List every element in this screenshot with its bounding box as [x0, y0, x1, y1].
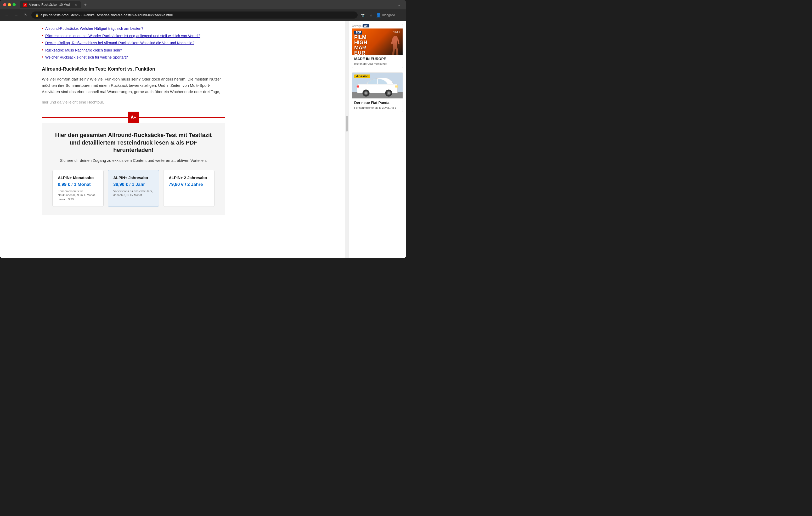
sub-card-price-yearly: 39,90 € / 1 Jahr — [113, 182, 153, 187]
sidebar: Anzeige ZDF ZDF Neue F FILMHIGHMAREUR — [348, 21, 406, 258]
article-paragraph-1: Wie viel Komfort darf sein? Wie viel Fun… — [42, 76, 225, 95]
ad-label-zdf: Anzeige ZDF — [352, 24, 403, 27]
tabs-chevron-icon[interactable]: ⌄ — [396, 2, 403, 8]
sub-card-title-yearly: ALPIN+ Jahresabo — [113, 175, 153, 180]
reload-button[interactable]: ↻ — [22, 11, 29, 19]
toc-list: Allround-Rucksäcke: Welcher Hüftgurt trä… — [42, 26, 225, 60]
toc-link-2[interactable]: Rückenkonstruktionen bei Wander-Rucksäck… — [45, 33, 200, 39]
lock-icon: 🔒 — [35, 13, 39, 17]
incognito-icon: 👤 — [376, 12, 381, 18]
toc-link-4[interactable]: Rucksäcke: Muss Nachhaltig gleich teuer … — [45, 48, 122, 53]
address-right-controls: 📷 ☆ 👤 Incognito ⋮ — [360, 12, 403, 18]
paywall-title: Hier den gesamten Allround-Rucksäcke-Tes… — [52, 131, 214, 154]
ad-desc-zdf: jetzt in der ZDFmediathek — [354, 62, 401, 66]
ad-text-block-fiat: Der neue Fiat Panda Fortschrittlicher al… — [352, 98, 403, 112]
section-heading: Allround-Rucksäcke im Test: Komfort vs. … — [42, 66, 225, 72]
active-tab[interactable]: A Allround-Rucksäcke | 10 Mod... ✕ — [20, 1, 81, 8]
toc-link-3[interactable]: Deckel, Rolltop, Reißverschluss bei Allr… — [45, 40, 194, 46]
ad-zdf-top: ZDF Neue F — [354, 31, 401, 34]
anzeige-label: Anzeige — [352, 25, 361, 27]
subscription-cards: ALPIN+ Monatsabo 0,99 € / 1 Monat Kennen… — [52, 170, 214, 207]
zdf-badge: ZDF — [354, 31, 362, 34]
url-bar[interactable]: 🔒 alpin.de/tests-produkte/26387/artikel_… — [31, 11, 357, 19]
page-area: Allround-Rucksäcke: Welcher Hüftgurt trä… — [0, 21, 406, 258]
svg-rect-9 — [395, 86, 398, 88]
paywall-divider: A+ — [42, 112, 225, 123]
title-bar: A Allround-Rucksäcke | 10 Mod... ✕ + ⌄ — [0, 0, 406, 9]
url-text: alpin.de/tests-produkte/26387/artikel_te… — [40, 13, 354, 17]
svg-point-8 — [388, 92, 390, 94]
list-item: Rucksäcke: Muss Nachhaltig gleich teuer … — [42, 48, 225, 53]
list-item: Deckel, Rolltop, Reißverschluss bei Allr… — [42, 40, 225, 46]
toc-link-1[interactable]: Allround-Rucksäcke: Welcher Hüftgurt trä… — [45, 26, 143, 31]
tab-favicon: A — [23, 3, 27, 7]
ad-image-zdf: ZDF Neue F FILMHIGHMAREUR — [352, 29, 403, 55]
ad-title-fiat: Der neue Fiat Panda — [354, 101, 401, 105]
sub-card-title-biennial: ALPIN+ 2-Jahresabo — [169, 175, 209, 180]
list-item: Allround-Rucksäcke: Welcher Hüftgurt trä… — [42, 26, 225, 31]
ad-image-fiat: ab 14.990€* — [352, 72, 403, 98]
address-bar: ← → ↻ 🔒 alpin.de/tests-produkte/26387/ar… — [0, 9, 406, 21]
sub-card-title-monthly: ALPIN+ Monatsabo — [58, 175, 98, 180]
paywall-badge: A+ — [128, 112, 139, 123]
new-tab-button[interactable]: + — [82, 1, 89, 8]
sub-card-price-monthly: 0,99 € / 1 Monat — [58, 182, 98, 187]
ad-card-zdf[interactable]: Anzeige ZDF ZDF Neue F FILMHIGHMAREUR — [352, 24, 403, 68]
ad-title-zdf: MADE IN EUROPE — [354, 57, 401, 61]
bookmark-icon[interactable]: ☆ — [368, 12, 374, 18]
tab-right-controls: ⌄ — [396, 2, 403, 8]
menu-icon[interactable]: ⋮ — [397, 12, 403, 18]
incognito-button[interactable]: 👤 Incognito — [376, 12, 395, 18]
camera-icon[interactable]: 📷 — [360, 12, 366, 18]
reload-icon: ↻ — [24, 12, 27, 18]
scroll-thumb[interactable] — [346, 116, 348, 131]
ad-zdf-neue: Neue F — [393, 31, 401, 33]
article-section: Allround-Rucksäcke: Welcher Hüftgurt trä… — [42, 26, 225, 215]
scroll-track[interactable] — [345, 21, 348, 258]
traffic-lights — [3, 3, 16, 6]
paywall-line-left — [42, 117, 128, 118]
close-button[interactable] — [3, 3, 6, 6]
sub-card-price-biennial: 79,80 € / 2 Jahre — [169, 182, 209, 187]
maximize-button[interactable] — [12, 3, 16, 6]
ad-card-fiat[interactable]: ab 14.990€* — [352, 72, 403, 112]
zdf-logo: ZDF — [362, 24, 369, 27]
paywall-box: Hier den gesamten Allround-Rucksäcke-Tes… — [42, 123, 225, 215]
forward-button[interactable]: → — [12, 11, 20, 19]
subscription-card-monthly[interactable]: ALPIN+ Monatsabo 0,99 € / 1 Monat Kennen… — [52, 170, 104, 207]
svg-point-5 — [365, 92, 367, 94]
paywall-subtitle: Sichere dir deinen Zugang zu exklusivem … — [52, 158, 214, 162]
back-button[interactable]: ← — [3, 11, 10, 19]
back-icon: ← — [5, 13, 9, 18]
main-content: Allround-Rucksäcke: Welcher Hüftgurt trä… — [0, 21, 345, 258]
ad-desc-fiat: Fortschrittlicher als je zuvor. Ab 1 — [354, 106, 401, 110]
paywall-line-right — [139, 117, 225, 118]
sub-card-desc-monthly: Kennenlernpreis für Neukunden 0,99 im 1.… — [58, 189, 98, 201]
subscription-card-yearly[interactable]: ALPIN+ Jahresabo 39,90 € / 1 Jahr Vortei… — [108, 170, 159, 207]
tab-title: Allround-Rucksäcke | 10 Mod... — [29, 3, 72, 6]
list-item: Rückenkonstruktionen bei Wander-Rucksäck… — [42, 33, 225, 39]
browser-window: A Allround-Rucksäcke | 10 Mod... ✕ + ⌄ ←… — [0, 0, 406, 258]
svg-rect-10 — [356, 86, 359, 88]
article-paragraph-faded: hier und da vielleicht eine Hochtour. — [42, 99, 225, 105]
fiat-price-badge: ab 14.990€* — [354, 74, 370, 78]
toc-link-5[interactable]: Welcher Rucksack eignet sich für welche … — [45, 55, 128, 60]
ad-text-block-zdf: MADE IN EUROPE jetzt in der ZDFmediathek — [352, 55, 403, 68]
tab-bar: A Allround-Rucksäcke | 10 Mod... ✕ + — [20, 1, 394, 8]
tab-close-icon[interactable]: ✕ — [74, 3, 78, 6]
incognito-label: Incognito — [382, 13, 395, 17]
minimize-button[interactable] — [8, 3, 11, 6]
sub-card-desc-yearly: Vorteilspreis für das erste Jahr, danach… — [113, 189, 153, 198]
subscription-card-biennial[interactable]: ALPIN+ 2-Jahresabo 79,80 € / 2 Jahre — [163, 170, 214, 207]
list-item: Welcher Rucksack eignet sich für welche … — [42, 55, 225, 60]
forward-icon: → — [14, 13, 18, 18]
